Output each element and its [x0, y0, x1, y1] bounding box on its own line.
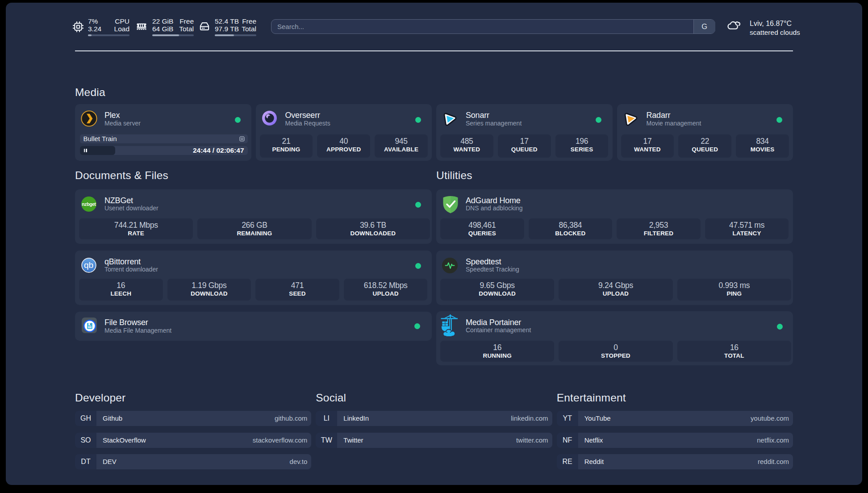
svg-text:qb: qb — [84, 260, 93, 270]
svg-text:nzbget: nzbget — [82, 201, 96, 207]
